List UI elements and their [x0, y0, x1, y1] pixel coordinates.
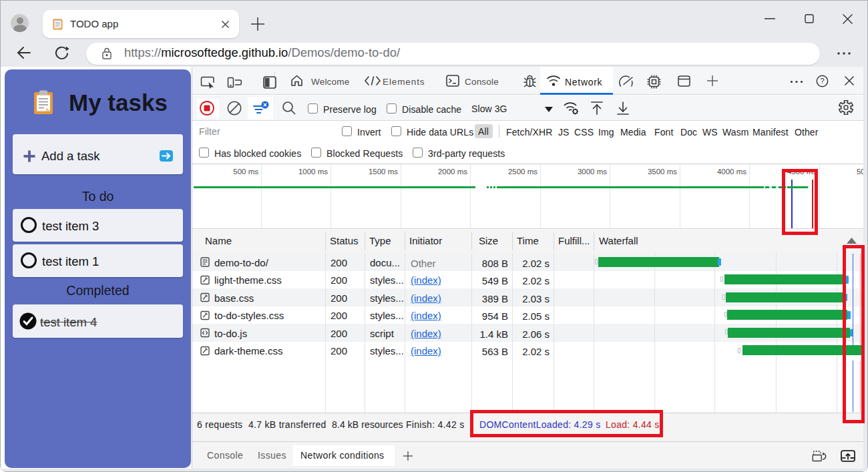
svg-text:?: ?: [820, 77, 824, 85]
